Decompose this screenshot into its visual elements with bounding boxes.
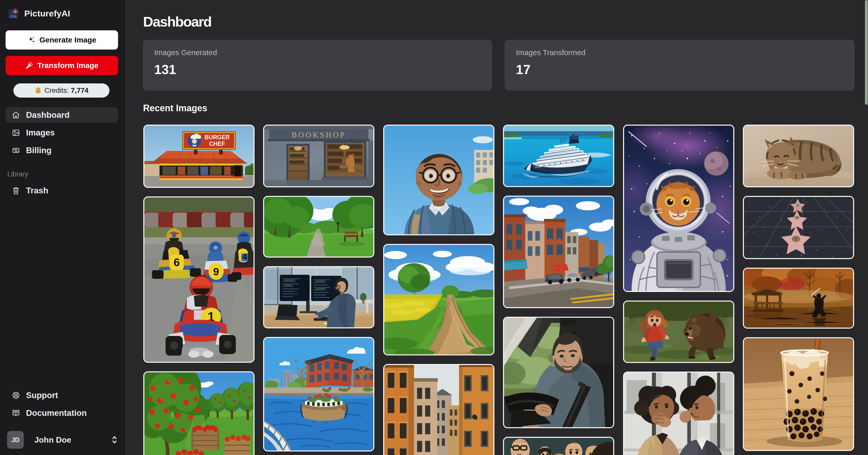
svg-text:6: 6: [174, 256, 180, 268]
svg-text:BOOKSHOP: BOOKSHOP: [291, 130, 346, 139]
svg-text:4: 4: [242, 252, 247, 262]
svg-text:BURGER: BURGER: [205, 134, 230, 141]
svg-text:9: 9: [213, 266, 219, 278]
svg-text:CHEF: CHEF: [209, 141, 225, 147]
